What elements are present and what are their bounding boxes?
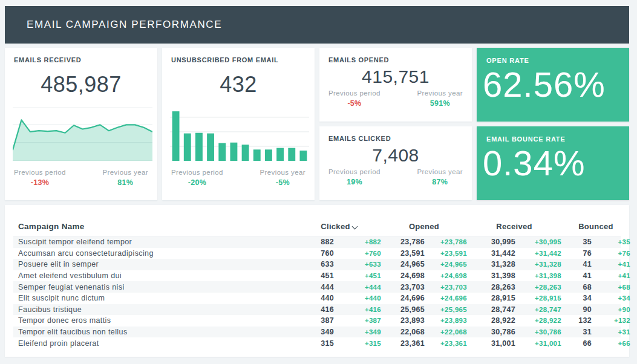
campaign-name-cell: Semper feugiat venenatis nisi (18, 283, 298, 291)
received-delta-cell: +31,442 (515, 250, 561, 257)
received-value-cell: 31,328 (467, 260, 515, 268)
received-value-cell: 31,442 (467, 249, 515, 258)
campaign-name-cell: Accumsan arcu consecteturadipiscing (18, 249, 298, 258)
table-row[interactable]: Posuere elit in semper 633 +633 24,965 +… (13, 259, 621, 270)
card-title: OPEN RATE (486, 57, 619, 64)
bounced-value-cell: 41 (561, 271, 592, 280)
bounced-delta-cell: +68 (592, 284, 630, 291)
clicked-delta-cell: +440 (334, 294, 381, 302)
clicked-value-cell: 416 (298, 305, 334, 314)
clicked-delta-cell: +444 (334, 284, 381, 291)
opened-delta-cell: +23,703 (425, 284, 467, 291)
clicked-value-cell: 633 (298, 260, 334, 268)
received-value-cell: 28,263 (467, 283, 515, 291)
previous-period-block: Previous period -5% (328, 89, 381, 108)
card-title: EMAILS OPENED (328, 56, 463, 63)
campaign-name-cell: Posuere elit in semper (18, 260, 298, 268)
table-row[interactable]: Semper feugiat venenatis nisi 444 +444 2… (13, 281, 621, 293)
table-body: Suscipit tempor eleifend tempor 882 +882… (13, 236, 621, 349)
card-emails-clicked[interactable]: EMAILS CLICKED 7,408 Previous period 19%… (319, 126, 472, 200)
dashboard-page: EMAIL CAMPAIGN PERFORMANCE EMAILS RECEIV… (0, 0, 637, 364)
bounced-value-cell: 31 (561, 328, 592, 336)
open-rate-value: 62.56% (483, 67, 629, 103)
bounced-value-cell: 90 (561, 305, 592, 314)
table-row[interactable]: Eleifend proin placerat 315 +315 23,361 … (13, 337, 621, 349)
comparison-footer: Previous period -5% Previous year 591% (328, 89, 463, 108)
unsubscribed-value: 432 (162, 72, 315, 97)
campaign-name-cell: Elit suscipit nunc dictum (18, 294, 298, 302)
table-row[interactable]: Amet eleifend vestibulum dui 451 +451 24… (13, 270, 621, 282)
received-value-cell: 31,001 (467, 339, 515, 348)
previous-year-label: Previous year (260, 169, 305, 176)
received-value-cell: 31,398 (467, 271, 515, 280)
card-emails-opened[interactable]: EMAILS OPENED 415,751 Previous period -5… (319, 48, 472, 122)
received-delta-cell: +28,915 (515, 294, 561, 302)
opened-delta-cell: +23,591 (425, 250, 467, 257)
opened-value-cell: 25,965 (381, 305, 425, 314)
received-delta-cell: +28,747 (515, 306, 561, 313)
bounced-value-cell: 35 (561, 238, 592, 246)
table-row[interactable]: Faucibus tristique 416 +416 25,965 +25,9… (13, 304, 621, 316)
clicked-delta-cell: +760 (334, 250, 381, 257)
sort-chevron-down-icon (353, 223, 358, 228)
table-row[interactable]: Accumsan arcu consecteturadipiscing 760 … (13, 248, 621, 259)
clicked-value-cell: 451 (298, 271, 334, 280)
card-open-rate[interactable]: OPEN RATE 62.56% (477, 48, 629, 122)
previous-year-label: Previous year (417, 168, 463, 175)
bounced-delta-cell: +41 (592, 272, 630, 279)
previous-year-value: 87% (417, 178, 463, 186)
campaign-name-cell: Faucibus tristique (18, 305, 298, 314)
opened-delta-cell: +23,361 (425, 340, 467, 347)
opened-value-cell: 22,068 (381, 328, 425, 336)
received-delta-cell: +31,328 (515, 261, 561, 268)
clicked-value-cell: 387 (298, 316, 334, 325)
campaign-name-cell: Tempor elit faucibus non tellus (18, 328, 298, 336)
table-row[interactable]: Tempor elit faucibus non tellus 349 +349… (13, 327, 621, 338)
received-delta-cell: +30,786 (515, 328, 561, 336)
card-emails-received[interactable]: EMAILS RECEIVED 485,987 Previous period … (5, 48, 157, 200)
previous-year-block: Previous year -5% (260, 169, 305, 187)
column-header-opened[interactable]: Opened (381, 222, 467, 231)
bounced-delta-cell: +90 (592, 306, 630, 313)
column-header-received[interactable]: Received (467, 222, 561, 231)
opened-delta-cell: +25,965 (425, 306, 467, 313)
bounced-delta-cell: +66 (592, 340, 630, 347)
bounced-delta-cell: +34 (592, 294, 630, 302)
opened-value-cell: 24,696 (381, 294, 425, 302)
comparison-footer: Previous period -20% Previous year -5% (171, 169, 305, 187)
received-delta-cell: +31,398 (515, 272, 561, 279)
opened-value-cell: 23,361 (381, 339, 425, 348)
clicked-delta-cell: +882 (334, 238, 381, 245)
clicked-value-cell: 882 (298, 238, 334, 246)
opened-delta-cell: +24,965 (425, 261, 467, 268)
column-header-campaign-name[interactable]: Campaign Name (18, 222, 298, 231)
opened-value-cell: 23,703 (381, 283, 425, 291)
column-header-bounced[interactable]: Bounced (561, 222, 630, 231)
emails-received-area-chart (5, 107, 157, 161)
column-header-clicked[interactable]: Clicked (298, 222, 381, 231)
card-unsubscribed[interactable]: UNSUBSCRIBED FROM EMAIL 432 Previous per… (162, 48, 315, 200)
campaign-name-cell: Tempor donec eros mattis (18, 316, 298, 325)
previous-year-value: -5% (260, 178, 305, 187)
table-row[interactable]: Tempor donec eros mattis 387 +387 23,893… (13, 315, 621, 327)
received-value-cell: 30,995 (467, 238, 515, 246)
previous-period-value: 19% (328, 178, 381, 186)
opened-value-cell: 24,698 (381, 271, 425, 280)
opened-value-cell: 23,591 (381, 249, 425, 258)
previous-period-label: Previous period (328, 168, 381, 175)
previous-year-label: Previous year (417, 89, 463, 97)
clicked-delta-cell: +633 (334, 261, 381, 268)
clicked-delta-cell: +315 (334, 340, 381, 347)
opened-delta-cell: +23,893 (425, 317, 467, 324)
bounced-delta-cell: +132 (592, 317, 630, 324)
received-delta-cell: +28,922 (515, 317, 561, 324)
table-row[interactable]: Suscipit tempor eleifend tempor 882 +882… (13, 236, 621, 248)
column-header-label: Received (496, 222, 532, 231)
opened-delta-cell: +24,696 (425, 294, 467, 302)
previous-period-value: -5% (328, 99, 381, 108)
card-bounce-rate[interactable]: EMAIL BOUNCE RATE 0.34% (477, 126, 629, 200)
unsubscribed-bar-chart (162, 107, 315, 161)
table-row[interactable]: Elit suscipit nunc dictum 440 +440 24,69… (13, 293, 621, 304)
opened-value-cell: 23,786 (381, 238, 425, 246)
comparison-footer: Previous period -13% Previous year 81% (14, 169, 148, 187)
